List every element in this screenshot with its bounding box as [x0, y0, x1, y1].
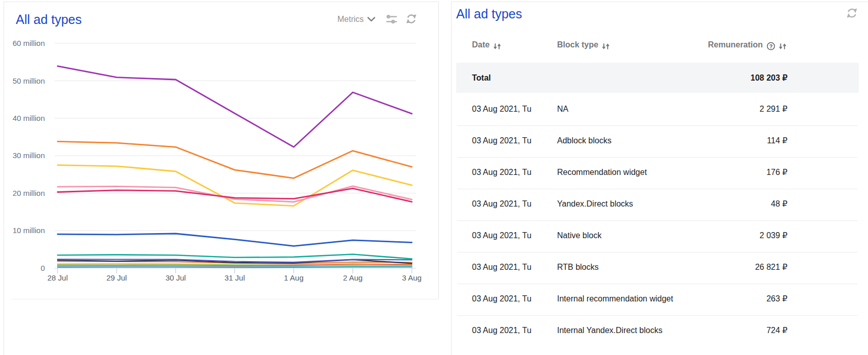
- svg-text:29 Jul: 29 Jul: [107, 273, 127, 282]
- svg-text:28 Jul: 28 Jul: [47, 273, 68, 282]
- svg-text:0: 0: [41, 264, 45, 272]
- svg-text:50 million: 50 million: [13, 77, 45, 85]
- svg-text:?: ?: [769, 43, 773, 49]
- svg-text:20 million: 20 million: [13, 189, 45, 197]
- svg-text:2 Aug: 2 Aug: [343, 273, 362, 282]
- svg-text:3 Aug: 3 Aug: [402, 273, 422, 282]
- svg-text:60 million: 60 million: [13, 39, 45, 47]
- svg-text:40 million: 40 million: [13, 114, 45, 122]
- svg-text:10 million: 10 million: [13, 226, 45, 235]
- svg-text:31 Jul: 31 Jul: [224, 273, 245, 282]
- svg-text:1 Aug: 1 Aug: [284, 273, 303, 282]
- svg-text:30 million: 30 million: [13, 151, 45, 160]
- svg-text:30 Jul: 30 Jul: [166, 273, 186, 282]
